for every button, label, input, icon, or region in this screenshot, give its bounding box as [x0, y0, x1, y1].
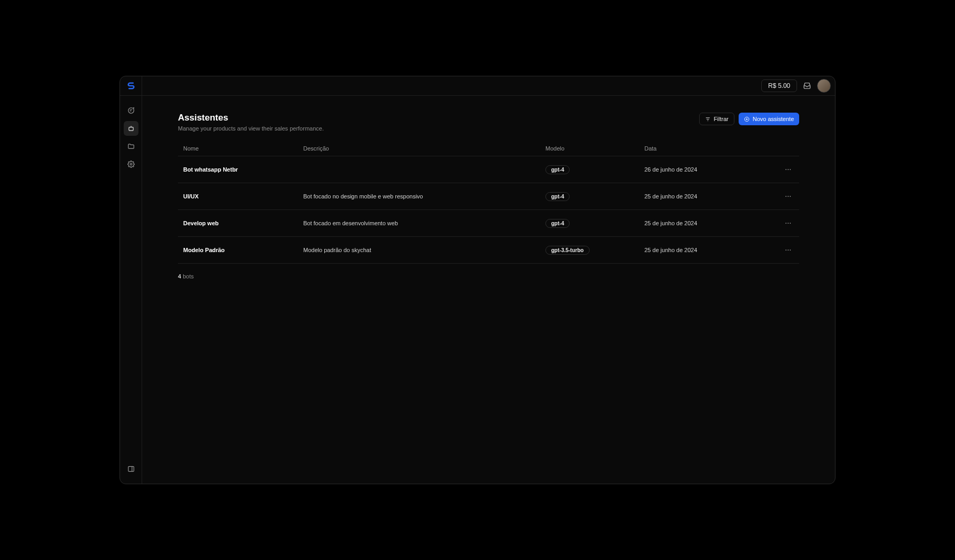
dots-icon [784, 166, 792, 173]
filter-button-label: Filtrar [714, 116, 729, 122]
page-heading-group: Assistentes Manage your products and vie… [178, 113, 324, 132]
topbar: R$ 5.00 [120, 76, 835, 96]
assistants-table: Nome Descrição Modelo Data Bot whatsapp … [178, 141, 799, 264]
col-header-actions [765, 145, 794, 152]
main-content: Assistentes Manage your products and vie… [142, 96, 835, 484]
app-window: R$ 5.00 [120, 76, 835, 484]
svg-point-10 [785, 223, 787, 224]
panel-icon [127, 465, 135, 473]
svg-point-9 [790, 196, 791, 197]
dots-icon [784, 219, 792, 227]
col-header-description: Descrição [303, 145, 545, 152]
folder-icon [127, 143, 135, 150]
inbox-button[interactable] [803, 82, 811, 89]
chat-icon [127, 107, 135, 114]
dots-icon [784, 246, 792, 254]
logo-s-icon [126, 81, 136, 91]
model-badge: gpt-4 [545, 165, 570, 174]
row-menu-button[interactable] [782, 244, 794, 256]
col-header-model: Modelo [545, 145, 644, 152]
svg-point-6 [790, 169, 791, 170]
sidebar-item-assistants[interactable] [124, 121, 138, 136]
footer-count-number: 4 [178, 273, 181, 279]
footer-count: 4 bots [178, 273, 799, 279]
row-menu-button[interactable] [782, 191, 794, 202]
row-menu-button[interactable] [782, 217, 794, 229]
cell-name: Modelo Padrão [183, 247, 303, 253]
model-badge: gpt-4 [545, 219, 570, 228]
sidebar-item-folders[interactable] [124, 139, 138, 154]
page-subtitle: Manage your products and view their sale… [178, 125, 324, 132]
svg-rect-0 [128, 127, 133, 131]
plus-circle-icon [744, 116, 750, 122]
inbox-icon [803, 82, 811, 89]
filter-icon [705, 116, 711, 122]
new-assistant-button-label: Novo assistente [753, 116, 794, 122]
settings-icon [127, 161, 135, 168]
new-assistant-button[interactable]: Novo assistente [739, 113, 799, 125]
row-menu-button[interactable] [782, 164, 794, 175]
svg-point-8 [788, 196, 789, 197]
svg-point-12 [790, 223, 791, 224]
cell-model: gpt-4 [545, 165, 644, 174]
cell-description: Bot focado em desenvolvimento web [303, 220, 545, 226]
sidebar [120, 96, 142, 484]
app-logo[interactable] [120, 76, 142, 96]
cell-actions [765, 244, 794, 256]
cell-name: Bot whatsapp Netbr [183, 166, 303, 173]
balance-pill[interactable]: R$ 5.00 [761, 79, 797, 92]
cell-date: 25 de junho de 2024 [644, 247, 765, 253]
cell-model: gpt-3.5-turbo [545, 246, 644, 255]
svg-point-13 [785, 249, 787, 251]
cell-actions [765, 217, 794, 229]
avatar[interactable] [817, 79, 831, 93]
table-header: Nome Descrição Modelo Data [178, 141, 799, 156]
header-actions: Filtrar Novo assistente [699, 113, 799, 125]
body-row: Assistentes Manage your products and vie… [120, 96, 835, 484]
table-row[interactable]: Develop web Bot focado em desenvolviment… [178, 210, 799, 237]
svg-point-7 [785, 196, 787, 197]
cell-actions [765, 164, 794, 175]
svg-point-4 [785, 169, 787, 170]
dots-icon [784, 193, 792, 200]
filter-button[interactable]: Filtrar [699, 113, 734, 125]
topbar-right: R$ 5.00 [761, 79, 831, 93]
footer-count-label-text: bots [183, 273, 194, 279]
bot-icon [127, 125, 135, 132]
cell-description: Modelo padrão do skychat [303, 247, 545, 253]
sidebar-item-panel[interactable] [124, 462, 138, 476]
cell-model: gpt-4 [545, 192, 644, 201]
page-header: Assistentes Manage your products and vie… [178, 113, 799, 132]
svg-point-11 [788, 223, 789, 224]
sidebar-item-chat[interactable] [124, 103, 138, 118]
table-row[interactable]: UI/UX Bot focado no design mobile e web … [178, 183, 799, 210]
model-badge: gpt-3.5-turbo [545, 246, 590, 255]
cell-date: 25 de junho de 2024 [644, 193, 765, 199]
svg-point-14 [788, 249, 789, 251]
cell-date: 26 de junho de 2024 [644, 166, 765, 173]
cell-actions [765, 191, 794, 202]
cell-name: UI/UX [183, 193, 303, 199]
table-row[interactable]: Modelo Padrão Modelo padrão do skychat g… [178, 237, 799, 264]
table-row[interactable]: Bot whatsapp Netbr gpt-4 26 de junho de … [178, 156, 799, 183]
sidebar-item-settings[interactable] [124, 157, 138, 172]
svg-point-1 [130, 163, 132, 165]
cell-name: Develop web [183, 220, 303, 226]
cell-date: 25 de junho de 2024 [644, 220, 765, 226]
svg-point-5 [788, 169, 789, 170]
cell-description: Bot focado no design mobile e web respon… [303, 193, 545, 199]
svg-rect-2 [128, 466, 134, 471]
model-badge: gpt-4 [545, 192, 570, 201]
col-header-name: Nome [183, 145, 303, 152]
col-header-date: Data [644, 145, 765, 152]
page-title: Assistentes [178, 113, 324, 123]
svg-point-15 [790, 249, 791, 251]
cell-model: gpt-4 [545, 219, 644, 228]
